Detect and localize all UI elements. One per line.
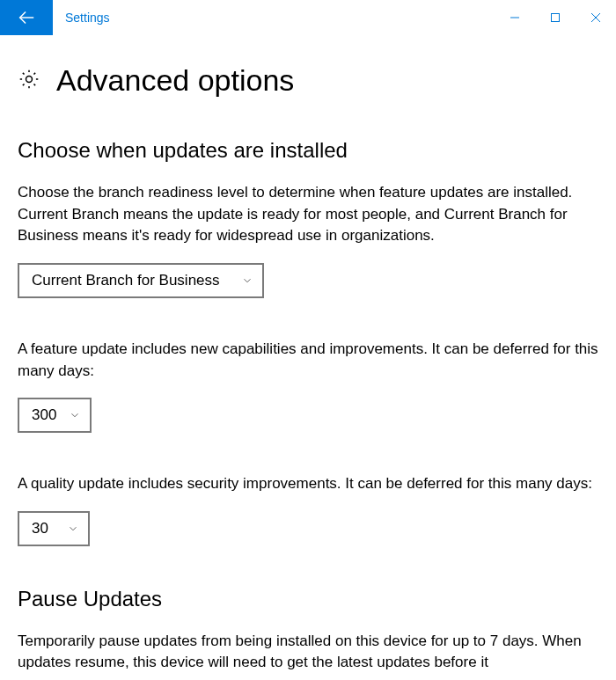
svg-point-5 bbox=[26, 76, 33, 82]
pause-description: Temporarily pause updates from being ins… bbox=[18, 631, 598, 674]
branch-description: Choose the branch readiness level to det… bbox=[18, 182, 598, 247]
quality-defer-value: 30 bbox=[32, 520, 48, 537]
branch-dropdown-value: Current Branch for Business bbox=[32, 272, 220, 289]
close-button[interactable] bbox=[576, 0, 616, 35]
chevron-down-icon bbox=[67, 523, 79, 535]
maximize-button[interactable] bbox=[535, 0, 576, 35]
close-icon bbox=[590, 12, 601, 23]
page-title: Advanced options bbox=[56, 63, 294, 98]
section-heading-pause: Pause Updates bbox=[18, 587, 598, 611]
branch-dropdown[interactable]: Current Branch for Business bbox=[18, 263, 264, 298]
maximize-icon bbox=[550, 12, 561, 23]
section-heading-install: Choose when updates are installed bbox=[18, 138, 598, 163]
quality-defer-dropdown[interactable]: 30 bbox=[18, 511, 90, 546]
window-title: Settings bbox=[53, 0, 495, 35]
feature-defer-dropdown[interactable]: 300 bbox=[18, 398, 92, 433]
chevron-down-icon bbox=[69, 409, 81, 421]
titlebar: Settings bbox=[0, 0, 616, 35]
minimize-button[interactable] bbox=[495, 0, 535, 35]
back-arrow-icon bbox=[17, 8, 36, 27]
gear-icon bbox=[18, 68, 40, 94]
minimize-icon bbox=[510, 12, 520, 23]
feature-defer-value: 300 bbox=[32, 406, 56, 424]
svg-rect-2 bbox=[552, 14, 560, 22]
quality-defer-text: A quality update includes security impro… bbox=[18, 473, 598, 495]
window-controls bbox=[495, 0, 616, 35]
content-area: Advanced options Choose when updates are… bbox=[0, 35, 616, 674]
feature-defer-text: A feature update includes new capabiliti… bbox=[18, 339, 598, 382]
page-header: Advanced options bbox=[18, 63, 598, 98]
chevron-down-icon bbox=[241, 274, 253, 287]
back-button[interactable] bbox=[0, 0, 53, 35]
